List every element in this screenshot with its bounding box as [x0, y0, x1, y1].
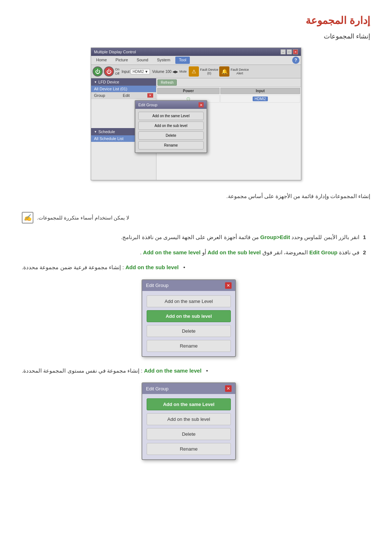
all-device-list-label: All Device List (01): [94, 87, 127, 91]
note-icon: ✍: [22, 212, 33, 223]
page-container: إدارة المجموعة إنشاء المجموعات Multiple …: [0, 0, 392, 484]
app-menubar: Home Picture Sound System Tool ?: [91, 56, 301, 65]
edit-group-dialog-2: Edit Group ✕ Add on the same Level Add o…: [142, 382, 236, 460]
step-2-number: 2: [363, 248, 370, 257]
input-label: Input: [122, 70, 130, 74]
step-1-highlight: Group>Edit: [260, 234, 290, 240]
step-1-suffix: من قائمة أجهزة العرض على الجهة اليسرى من…: [121, 234, 259, 240]
step-2-middle: المعروضة، انقر فوق: [261, 249, 308, 255]
dialog-1-close-btn[interactable]: ✕: [225, 282, 232, 289]
group-edit-item[interactable]: Group Edit ✕: [91, 92, 156, 99]
fault-group: ⚠ Fault Device(0) 🔔 Fault DeviceAlert: [189, 66, 249, 77]
dialog-1-container: Edit Group ✕ Add on the same Level Add o…: [22, 279, 356, 357]
modal-mini-header: Edit Group ✕: [135, 101, 207, 109]
menu-sound[interactable]: Sound: [133, 57, 152, 64]
refresh-button[interactable]: Refresh: [158, 79, 177, 86]
dialog-2-header: Edit Group ✕: [142, 383, 235, 394]
minimize-btn[interactable]: –: [281, 49, 286, 54]
fault-device-alert-label: Fault DeviceAlert: [230, 68, 249, 75]
description-area: إنشاء المجموعات وإدارة قائمة من الأجهزة …: [22, 191, 370, 201]
modal-mini-dialog: Edit Group ✕ Add on the same Level Add o…: [135, 100, 207, 153]
bullet-1-content: : إنشاء مجموعة فرعية ضمن مجموعة محددة.: [22, 264, 124, 270]
modal-mini-title: Edit Group: [138, 103, 158, 107]
bullet-item-2: Add on the same level : إنشاء مجموعة في …: [22, 366, 356, 376]
dialog-2-close-btn[interactable]: ✕: [225, 385, 232, 392]
bullet-section-2: Add on the same level : إنشاء مجموعة في …: [22, 366, 356, 460]
step-1: انقر بالزر الأيمن للماوس وحدد Group>Edit…: [22, 233, 370, 242]
volume-label: Volume: [152, 70, 164, 74]
edit-label: Edit: [123, 93, 130, 98]
panel-toolbar: Refresh: [156, 78, 301, 87]
power-off-btn[interactable]: ⏻: [104, 66, 114, 77]
modal-mini-btn-samelevel[interactable]: Add on the same Level: [138, 112, 204, 120]
bullet-2-label: Add on the same level: [144, 368, 201, 374]
dialog-2-btn-delete[interactable]: Delete: [147, 428, 231, 440]
modal-mini-btn-delete[interactable]: Delete: [138, 131, 204, 140]
bullet-2-content: : إنشاء مجموعة في نفس مستوى المجموعة الم…: [22, 368, 143, 374]
menu-home[interactable]: Home: [93, 57, 110, 64]
input-cell: HDMI2: [220, 95, 300, 103]
col-input: Input: [220, 88, 300, 94]
fault-device-icon: ⚠: [189, 66, 199, 77]
dialog-1-btn-rename[interactable]: Rename: [147, 340, 231, 352]
maximize-btn[interactable]: □: [287, 49, 292, 54]
step-2-highlight2: Add on the sub level: [208, 249, 261, 255]
step-2-highlight3: Add on the same level: [143, 249, 200, 255]
bullet-2-dot: •: [204, 366, 208, 376]
fault-device-label: Fault Device(0): [200, 68, 218, 75]
off-label: Off: [115, 72, 119, 75]
section-title: إنشاء المجموعات: [22, 32, 370, 40]
volume-group: Volume 100 ◀▶ Mute: [152, 70, 187, 74]
step-2-suffix: .: [140, 249, 142, 255]
note-box: لا يمكن استخدام أسماء متكررة للمجموعات. …: [22, 212, 370, 223]
step-2-text: في نافذة Edit Group المعروضة، انقر فوق A…: [22, 248, 359, 257]
step-2-prefix: في نافذة: [338, 249, 359, 255]
hdmi-badge: HDMI2: [253, 97, 268, 101]
page-title: إدارة المجموعة: [22, 15, 370, 26]
bullet-item-1: Add on the sub level : إنشاء مجموعة فرعي…: [22, 263, 356, 272]
modal-mini-btn-rename[interactable]: Rename: [138, 141, 204, 149]
screenshot-container: Multiple Display Control – □ ✕ Home Pict…: [22, 48, 370, 180]
lfd-device-header: ▼ LFD Device: [91, 78, 156, 86]
group-label: Group: [94, 93, 105, 98]
dialog-2-btn-rename[interactable]: Rename: [147, 443, 231, 455]
edit-icon[interactable]: ✕: [147, 93, 153, 98]
dialog-2-btn-sublevel[interactable]: Add on the sub level: [147, 413, 231, 425]
menu-system[interactable]: System: [153, 57, 174, 64]
dialog-1-btn-samelevel[interactable]: Add on the same Level: [147, 295, 231, 307]
step-1-prefix: انقر بالزر الأيمن للماوس وحدد: [290, 234, 359, 240]
help-button[interactable]: ?: [292, 57, 299, 64]
on-label: On: [115, 67, 119, 71]
step-2-highlight1: Edit Group: [309, 249, 338, 255]
fault-device-alert-icon: 🔔: [219, 66, 229, 77]
app-content: ▼ LFD Device All Device List (01) Group …: [91, 78, 301, 180]
modal-mini-btn-sublevel[interactable]: Add on the sub level: [138, 122, 204, 130]
power-on-btn[interactable]: ⏻: [93, 66, 103, 77]
dialog-1-btn-delete[interactable]: Delete: [147, 325, 231, 337]
menu-tool[interactable]: Tool: [175, 57, 190, 64]
dialog-1-header: Edit Group ✕: [142, 280, 235, 291]
dialog-1-btn-sublevel[interactable]: Add on the sub level: [147, 310, 231, 322]
dialog-2-body: Add on the same Level Add on the sub lev…: [142, 394, 235, 459]
modal-mini-close-btn[interactable]: ✕: [199, 102, 204, 107]
dialog-2-title: Edit Group: [146, 386, 168, 391]
app-titlebar: Multiple Display Control – □ ✕: [91, 48, 301, 56]
input-group: Input HDMI2 ▼: [122, 69, 150, 74]
lfd-device-label: LFD Device: [98, 80, 119, 84]
modal-mini-body: Add on the same Level Add on the sub lev…: [135, 109, 207, 152]
all-device-list-section[interactable]: All Device List (01): [91, 86, 156, 92]
titlebar-controls: – □ ✕: [281, 49, 298, 54]
bullet-2-text: Add on the same level : إنشاء مجموعة في …: [22, 366, 201, 376]
close-btn[interactable]: ✕: [293, 49, 298, 54]
input-dropdown[interactable]: HDMI2 ▼: [131, 69, 150, 74]
bullet-section-1: Add on the sub level : إنشاء مجموعة فرعي…: [22, 263, 356, 357]
edit-group-dialog-1: Edit Group ✕ Add on the same Level Add o…: [142, 279, 236, 357]
volume-arrows[interactable]: ◀▶: [172, 70, 178, 74]
steps-area: انقر بالزر الأيمن للماوس وحدد Group>Edit…: [22, 233, 370, 257]
dialog-2-btn-samelevel[interactable]: Add on the same Level: [147, 398, 231, 410]
menu-picture[interactable]: Picture: [112, 57, 131, 64]
note-text: لا يمكن استخدام أسماء متكررة للمجموعات.: [37, 215, 129, 221]
mute-label: Mute: [179, 70, 187, 73]
step-2-or: أو: [200, 249, 206, 255]
volume-value: 100: [166, 70, 172, 74]
